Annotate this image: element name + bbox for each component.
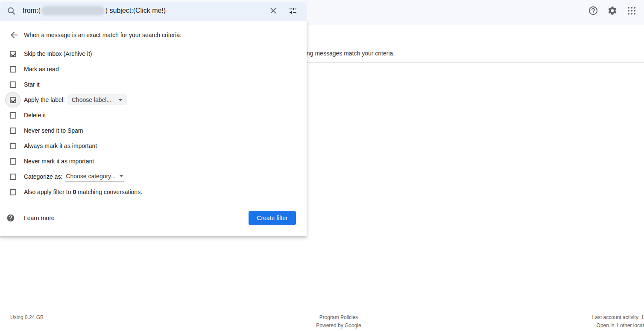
filter-option-apply-existing: Also apply filter to 0 matching conversa… [0,184,307,200]
choose-category-select[interactable]: Choose category... [65,171,124,182]
content-divider [307,62,644,63]
option-label[interactable]: Never send it to Spam [24,127,83,134]
program-policies-link[interactable]: Program Policies [296,314,381,322]
panel-title: When a message is an exact match for you… [24,32,181,38]
option-label[interactable]: Star it [24,81,40,88]
match-criteria-message: ng messages match your criteria. [307,50,395,57]
storage-usage: Using 0.24 GB [10,314,44,322]
search-query-suffix: ) subject:(Click me!) [105,7,166,15]
settings-button[interactable] [604,2,621,19]
filter-option-delete: Delete it [0,107,307,123]
help-filled-icon [6,214,15,222]
filter-option-star: Star it [0,77,307,92]
checkbox-never-spam[interactable] [5,123,20,138]
filter-option-categorize: Categorize as: Choose category... [0,169,307,184]
checkbox-categorize[interactable] [5,169,20,184]
footer-center: Program Policies Powered by Google [296,314,381,330]
help-button[interactable] [585,2,602,19]
option-label[interactable]: Mark as read [24,66,59,73]
apps-grid-icon [626,6,637,16]
checkbox-skip-inbox[interactable] [5,46,20,61]
choose-category-value: Choose category... [66,173,115,180]
checkbox-mark-read[interactable] [5,61,20,77]
checkbox-apply-existing[interactable] [5,184,20,200]
apps-button[interactable] [623,2,640,19]
checkbox-never-important[interactable] [5,154,20,169]
filter-option-never-spam: Never send it to Spam [0,123,307,138]
powered-by-google: Powered by Google [296,322,381,330]
close-icon [268,6,278,16]
chevron-down-icon [119,175,123,177]
footer-right: Last account activity: 1 Open in 1 other… [592,314,644,330]
search-icon [7,6,16,16]
redacted-sender [41,6,105,15]
chevron-down-icon [118,99,123,101]
choose-label-value: Choose label... [72,96,111,103]
option-label[interactable]: Categorize as: [24,173,62,180]
option-label[interactable]: Skip the Inbox (Archive it) [24,50,92,57]
learn-more-link[interactable]: Learn more [24,215,55,221]
panel-title-row: When a message is an exact match for you… [0,29,181,41]
checkbox-star[interactable] [5,77,20,92]
checkbox-apply-label[interactable] [5,92,20,107]
option-label[interactable]: Apply the label: [24,96,65,103]
option-label[interactable]: Delete it [24,112,46,119]
filter-option-always-important: Always mark it as important [0,138,307,154]
checkbox-always-important[interactable] [5,138,20,154]
open-in-other-location: Open in 1 other locat [592,322,644,330]
filter-option-apply-label: Apply the label: Choose label... [0,92,307,107]
search-query-prefix: from:( [23,7,41,15]
create-filter-button[interactable]: Create filter [249,211,296,225]
filter-option-never-important: Never mark it as important [0,154,307,169]
choose-label-select[interactable]: Choose label... [67,94,127,105]
gear-icon [607,6,618,16]
filter-option-skip-inbox: Skip the Inbox (Archive it) [0,46,307,61]
last-account-activity: Last account activity: 1 [592,314,644,322]
option-label[interactable]: Also apply filter to 0 matching conversa… [24,189,142,195]
search-options-button[interactable] [288,6,298,16]
search-input[interactable]: from:( ) subject:(Click me!) [23,5,166,16]
panel-footer: Learn more Create filter [0,209,307,226]
tune-icon [288,6,298,16]
option-label[interactable]: Always mark it as important [24,142,97,149]
option-label[interactable]: Never mark it as important [24,158,94,165]
checkbox-delete[interactable] [5,107,20,123]
filter-option-mark-read: Mark as read [0,61,307,77]
clear-search-button[interactable] [268,6,278,16]
help-icon [588,6,598,16]
back-arrow-icon[interactable] [9,30,19,40]
